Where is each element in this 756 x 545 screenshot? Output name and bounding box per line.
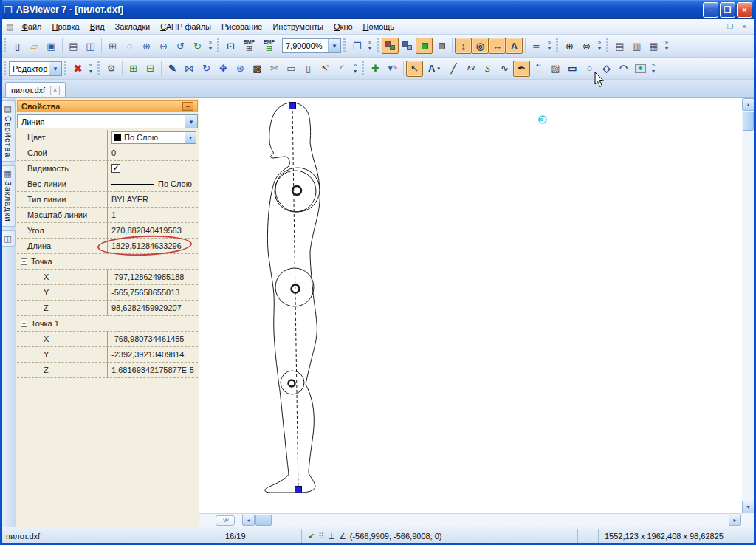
- group-button[interactable]: ⊞: [125, 61, 142, 77]
- fillet-button[interactable]: ◜: [334, 61, 351, 77]
- black-background-button[interactable]: [433, 38, 450, 54]
- toolbar-grip[interactable]: [4, 61, 6, 76]
- vertical-scrollbar[interactable]: ▴ ▾: [742, 98, 755, 527]
- zoom-window-button[interactable]: ◌: [121, 38, 138, 54]
- scroll-right-button[interactable]: ▸: [729, 515, 741, 526]
- open-button[interactable]: ▱: [26, 38, 43, 54]
- copy-object-button[interactable]: ⊛: [232, 61, 249, 77]
- mirror-button[interactable]: ⋈: [181, 61, 198, 77]
- draw-order-button-2[interactable]: [399, 38, 416, 54]
- hatch-tool-button[interactable]: ▨: [547, 61, 564, 77]
- box-alt-button[interactable]: ▯: [300, 61, 317, 77]
- trim-button[interactable]: ✄: [266, 61, 283, 77]
- picker-button[interactable]: ↖●: [317, 61, 334, 77]
- toolbar-grip[interactable]: [606, 38, 608, 53]
- menu-view[interactable]: Вид: [85, 21, 110, 32]
- toolbar-grip[interactable]: [97, 61, 100, 76]
- toolbar-grip[interactable]: [64, 61, 66, 76]
- print-button[interactable]: ▤: [65, 38, 82, 54]
- mode-combobox[interactable]: Редактор ▾: [9, 61, 62, 76]
- property-value[interactable]: По Слою: [107, 176, 198, 191]
- menu-edit[interactable]: Правка: [47, 21, 84, 32]
- toolbar-overflow-button[interactable]: »▾: [206, 38, 215, 54]
- show-text-toggle[interactable]: A: [506, 38, 523, 54]
- center-snap-button[interactable]: ⊕: [561, 38, 578, 54]
- ortho-icon[interactable]: ⊥: [328, 532, 335, 541]
- tab-close-button[interactable]: ×: [50, 86, 60, 95]
- menu-window[interactable]: Окно: [329, 21, 358, 32]
- menu-file[interactable]: Файл: [16, 21, 47, 32]
- text-tool-button[interactable]: A▾: [423, 61, 445, 77]
- line-tool-button[interactable]: ╱: [445, 61, 462, 77]
- copy-picture-button[interactable]: ⊞: [104, 38, 121, 54]
- vertical-scroll-thumb[interactable]: [743, 112, 754, 131]
- toolbar-overflow-button[interactable]: »▾: [595, 38, 604, 54]
- rectangle-tool-button[interactable]: ▭: [564, 61, 581, 77]
- move-button[interactable]: ✥: [215, 61, 232, 77]
- collapse-panel-button[interactable]: ˅˅: [216, 515, 235, 526]
- scroll-up-button[interactable]: ▴: [742, 98, 755, 111]
- filter-button[interactable]: ▼✎: [384, 61, 401, 77]
- property-value[interactable]: -797,128624985188: [107, 270, 198, 284]
- toolbar-overflow-button[interactable]: »▾: [545, 38, 554, 54]
- new-window-button[interactable]: ❐: [348, 38, 365, 54]
- draw-order-button-1[interactable]: [382, 38, 399, 54]
- color-combobox[interactable]: По Слою ▾: [111, 131, 196, 144]
- property-value[interactable]: -2392,39213409814: [107, 347, 198, 362]
- property-value[interactable]: -565,75658655013: [107, 285, 198, 300]
- show-points-toggle[interactable]: ◎: [472, 38, 489, 54]
- menu-drawing[interactable]: Рисование: [216, 21, 267, 32]
- sketch-tool-button[interactable]: ∿: [496, 61, 513, 77]
- select-area-button[interactable]: ⊡: [222, 38, 239, 54]
- measure-area-button[interactable]: ▦: [645, 38, 662, 54]
- compass-button[interactable]: ⊚: [578, 38, 595, 54]
- property-value[interactable]: 1,68169342175877E-5: [107, 363, 198, 377]
- redo-button[interactable]: ↻: [189, 38, 206, 54]
- menu-bookmarks[interactable]: Закладки: [110, 21, 156, 32]
- toolbar-grip[interactable]: [377, 38, 379, 53]
- ungroup-button[interactable]: ⊟: [142, 61, 159, 77]
- close-button[interactable]: ×: [737, 2, 752, 18]
- arc-tool-button[interactable]: ◠: [615, 61, 632, 77]
- pen-line-tool-button[interactable]: ✒: [513, 61, 530, 77]
- box-button[interactable]: ▭: [283, 61, 300, 77]
- visibility-checkbox[interactable]: ✓: [111, 164, 120, 173]
- select-tool-button[interactable]: ↖: [406, 61, 423, 77]
- sidebar-tab-bookmarks[interactable]: ▦ Закладки: [1, 165, 16, 227]
- toolbar-grip[interactable]: [362, 61, 364, 76]
- zoom-in-button[interactable]: ⊕: [138, 38, 155, 54]
- property-value[interactable]: -768,980734461455: [107, 332, 198, 346]
- rotate-button[interactable]: ↻: [198, 61, 215, 77]
- entity-combo-arrow-icon[interactable]: ▾: [185, 115, 197, 128]
- insert-image-button[interactable]: ♣: [632, 61, 649, 77]
- toolbar-overflow-button[interactable]: »▾: [365, 38, 374, 54]
- measure-path-button[interactable]: ▥: [628, 38, 645, 54]
- toolbar-grip[interactable]: [343, 38, 346, 53]
- add-button[interactable]: ✚: [367, 61, 384, 77]
- dimension-tool-button[interactable]: 47↔: [530, 61, 547, 77]
- mdi-restore-button[interactable]: ❐: [724, 21, 736, 32]
- property-value[interactable]: BYLAYER: [107, 192, 198, 207]
- toolbar-grip[interactable]: [217, 38, 219, 53]
- property-value[interactable]: ✓: [107, 161, 198, 176]
- toolbar-overflow-button[interactable]: »▾: [86, 61, 95, 77]
- mdi-minimize-button[interactable]: ‒: [710, 21, 722, 32]
- polyline-tool-button[interactable]: ∧∨: [462, 61, 479, 77]
- pin-icon[interactable]: −: [182, 102, 193, 111]
- layers-button[interactable]: ≣: [528, 38, 545, 54]
- color-combo-arrow-icon[interactable]: ▾: [185, 132, 196, 143]
- scroll-down-button[interactable]: ▾: [742, 501, 755, 513]
- undo-button[interactable]: ↺: [172, 38, 189, 54]
- delete-button[interactable]: ✖: [69, 61, 86, 77]
- toolbar-overflow-button[interactable]: »▾: [649, 61, 658, 77]
- copy-as-emf-button[interactable]: EMF⊞: [259, 36, 279, 55]
- toolbar-grip[interactable]: [4, 38, 6, 53]
- collapse-group-icon[interactable]: −: [21, 258, 27, 265]
- snap-icon[interactable]: ✔: [308, 532, 315, 541]
- edit-entity-button[interactable]: ✎: [164, 61, 181, 77]
- restore-button[interactable]: ❐: [720, 2, 735, 18]
- toolbar-overflow-button[interactable]: »▾: [662, 38, 671, 54]
- toolbar-overflow-button[interactable]: »▾: [351, 61, 360, 77]
- property-value[interactable]: 1: [107, 208, 198, 222]
- sidebar-tab-properties[interactable]: ▤ Свойства: [1, 100, 16, 162]
